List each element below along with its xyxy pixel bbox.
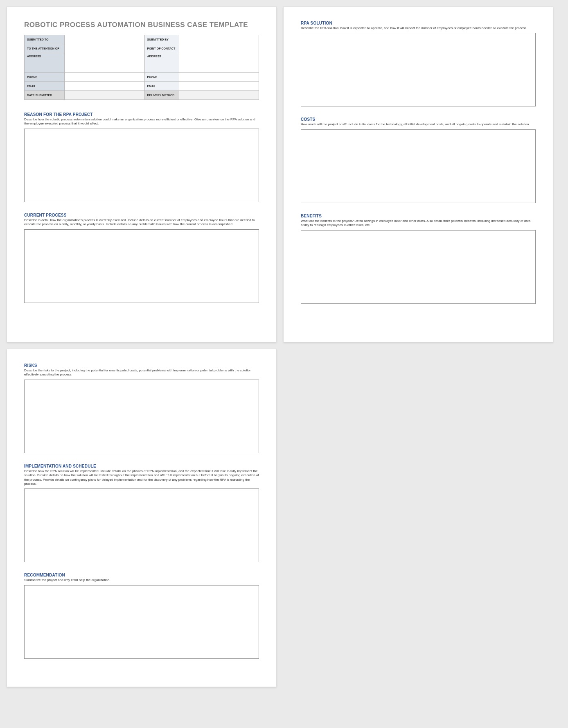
section-benefits: BENEFITS What are the benefits to the pr…: [301, 214, 536, 304]
value-email-a[interactable]: [65, 82, 145, 91]
label-phone-b: PHONE: [144, 73, 179, 82]
value-address-a[interactable]: [65, 53, 145, 73]
page-3: RISKS Describe the risks to the project,…: [7, 349, 277, 687]
label-phone-a: PHONE: [25, 73, 65, 82]
label-date-submitted: DATE SUBMITTED: [25, 91, 65, 100]
section-title: COSTS: [301, 117, 536, 122]
section-impl: IMPLEMENTATION AND SCHEDULE Describe how…: [24, 464, 259, 563]
value-submitted-to[interactable]: [65, 35, 145, 44]
section-title: RISKS: [24, 363, 259, 368]
page-2: RPA SOLUTION Describe the RPA solution, …: [283, 7, 553, 342]
value-delivery-method[interactable]: [179, 91, 259, 100]
section-desc: Summarize the project and why it will he…: [24, 578, 259, 582]
value-phone-a[interactable]: [65, 73, 145, 82]
section-risks: RISKS Describe the risks to the project,…: [24, 363, 259, 453]
section-title: IMPLEMENTATION AND SCHEDULE: [24, 464, 259, 468]
entry-solution[interactable]: [301, 33, 536, 106]
entry-current[interactable]: [24, 229, 259, 303]
section-desc: What are the benefits to the project? De…: [301, 219, 536, 228]
row-phone: PHONE PHONE: [25, 73, 259, 82]
section-desc: Describe how the robotic process automat…: [24, 118, 259, 126]
entry-risks[interactable]: [24, 380, 259, 453]
row-email: EMAIL EMAIL: [25, 82, 259, 91]
row-address: ADDRESS ADDRESS: [25, 53, 259, 73]
label-address-b: ADDRESS: [144, 53, 179, 73]
page-1: ROBOTIC PROCESS AUTOMATION BUSINESS CASE…: [7, 7, 277, 342]
section-solution: RPA SOLUTION Describe the RPA solution, …: [301, 21, 536, 106]
entry-benefits[interactable]: [301, 230, 536, 304]
section-desc: Describe the risks to the project, inclu…: [24, 369, 259, 377]
section-costs: COSTS How much will the project cost? In…: [301, 117, 536, 203]
label-email-b: EMAIL: [144, 82, 179, 91]
entry-costs[interactable]: [301, 129, 536, 203]
document-title: ROBOTIC PROCESS AUTOMATION BUSINESS CASE…: [24, 21, 259, 29]
section-desc: Describe how the RPA solution will be im…: [24, 469, 259, 486]
label-email-a: EMAIL: [25, 82, 65, 91]
document-pages: ROBOTIC PROCESS AUTOMATION BUSINESS CASE…: [7, 7, 561, 687]
section-title: REASON FOR THE RPA PROJECT: [24, 112, 259, 117]
label-attention: TO THE ATTENTION OF: [25, 44, 65, 53]
section-title: RECOMMENDATION: [24, 573, 259, 577]
label-delivery-method: DELIVERY METHOD: [144, 91, 179, 100]
label-poc: POINT OF CONTACT: [144, 44, 179, 53]
section-desc: Describe the RPA solution, how it is exp…: [301, 26, 536, 30]
value-submitted-by[interactable]: [179, 35, 259, 44]
section-title: BENEFITS: [301, 214, 536, 218]
row-date-delivery: DATE SUBMITTED DELIVERY METHOD: [25, 91, 259, 100]
value-attention[interactable]: [65, 44, 145, 53]
section-desc: How much will the project cost? Include …: [301, 122, 536, 127]
label-address-a: ADDRESS: [25, 53, 65, 73]
section-reason: REASON FOR THE RPA PROJECT Describe how …: [24, 112, 259, 202]
header-table: SUBMITTED TO SUBMITTED BY TO THE ATTENTI…: [24, 35, 259, 100]
section-title: CURRENT PROCESS: [24, 213, 259, 217]
row-submitted: SUBMITTED TO SUBMITTED BY: [25, 35, 259, 44]
value-poc[interactable]: [179, 44, 259, 53]
section-desc: Describe in detail how the organization'…: [24, 218, 259, 227]
row-attention: TO THE ATTENTION OF POINT OF CONTACT: [25, 44, 259, 53]
value-date-submitted[interactable]: [65, 91, 145, 100]
value-email-b[interactable]: [179, 82, 259, 91]
value-address-b[interactable]: [179, 53, 259, 73]
entry-rec[interactable]: [24, 585, 259, 659]
section-rec: RECOMMENDATION Summarize the project and…: [24, 573, 259, 658]
entry-impl[interactable]: [24, 488, 259, 562]
entry-reason[interactable]: [24, 129, 259, 202]
label-submitted-by: SUBMITTED BY: [144, 35, 179, 44]
value-phone-b[interactable]: [179, 73, 259, 82]
label-submitted-to: SUBMITTED TO: [25, 35, 65, 44]
section-current: CURRENT PROCESS Describe in detail how t…: [24, 213, 259, 303]
section-title: RPA SOLUTION: [301, 21, 536, 25]
